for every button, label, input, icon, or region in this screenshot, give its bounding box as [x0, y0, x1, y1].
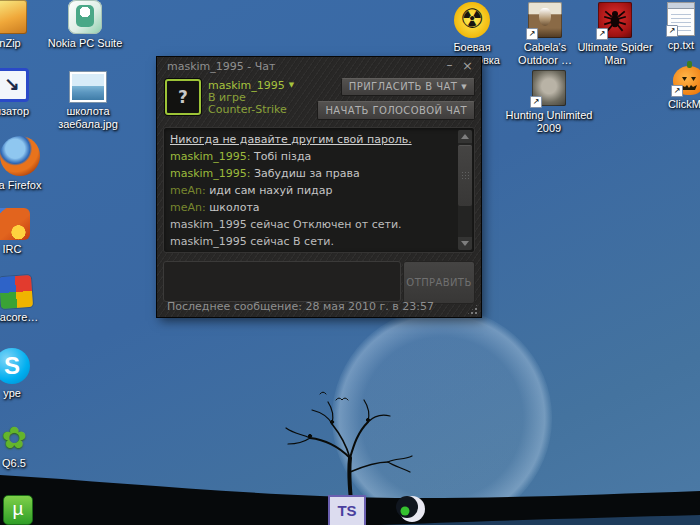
message-sender: maskim_1995: — [170, 167, 251, 180]
send-button[interactable]: ОТПРАВИТЬ — [403, 261, 475, 304]
icon-label: nacore… — [0, 311, 38, 324]
chat-message: meAn: иди сам нахуй пидар — [170, 182, 455, 199]
desktop-icon-nokia-pc-suite[interactable]: Nokia PC Suite — [47, 0, 123, 50]
icon-label: a Firefox — [0, 179, 41, 192]
wolf-icon — [532, 70, 566, 106]
message-sender: meAn: — [170, 201, 206, 214]
icon-label: ClickMe! — [668, 98, 700, 111]
close-button[interactable]: × — [460, 58, 475, 73]
crescent-app-icon — [396, 493, 428, 525]
firefox-icon — [0, 136, 40, 176]
invite-to-chat-button[interactable]: ПРИГЛАСИТЬ В ЧАТ▼ — [341, 78, 475, 96]
skype-icon: S — [0, 348, 30, 384]
shortcut-arrow-icon — [671, 85, 683, 97]
desktop-icon-firefox[interactable]: a Firefox — [0, 136, 58, 192]
teamspeak-icon: TS — [328, 495, 366, 525]
icon-label: Ultimate Spider Man — [572, 41, 658, 67]
chat-message: Никогда не давайте другим свой пароль. — [170, 131, 455, 148]
icon-label: школота заебала.jpg — [50, 105, 126, 131]
desktop-icon-spider-man[interactable]: Ultimate Spider Man — [572, 2, 658, 67]
desktop-icon-icq[interactable]: ✿ Q6.5 — [0, 422, 52, 470]
spider-icon — [598, 2, 632, 38]
chat-message: meAn: школота — [170, 199, 455, 216]
desktop-icon-winzip[interactable]: nZip — [0, 0, 48, 50]
desktop: nZip Nokia PC Suite ↘ нзатор школота зае… — [0, 0, 700, 525]
desktop-icon-moon-app[interactable] — [374, 493, 450, 525]
utorrent-icon: µ — [3, 495, 33, 525]
shortcut-arrow-icon — [666, 25, 678, 37]
nokia-pc-suite-icon — [68, 0, 102, 34]
desktop-icon-utorrent[interactable]: µ — [0, 495, 56, 525]
message-sender: meAn: — [170, 184, 206, 197]
titlebar[interactable]: maskim_1995 - Чат – × — [157, 57, 481, 75]
avatar[interactable]: ? — [165, 79, 201, 115]
desktop-icon-mirc[interactable]: IRC — [0, 208, 50, 256]
nacore-icon — [0, 275, 33, 309]
chat-messages: Никогда не давайте другим свой пароль.ma… — [170, 131, 455, 250]
winzip-icon — [0, 0, 27, 34]
desktop-icon-nacore[interactable]: nacore… — [0, 276, 54, 324]
shortcut-arrow-icon — [526, 28, 538, 40]
window-title: maskim_1995 - Чат — [167, 60, 275, 73]
desktop-icon-cp-txt[interactable]: cp.txt — [648, 2, 700, 52]
icq-flower-icon: ✿ — [1, 422, 26, 454]
desktop-icon-hunting-unlimited[interactable]: Hunting Unlimited 2009 — [503, 70, 595, 135]
icon-label: Q6.5 — [2, 457, 26, 470]
chat-message: maskim_1995 сейчас Отключен от сети. — [170, 216, 455, 233]
chat-log[interactable]: Никогда не давайте другим свой пароль.ma… — [163, 127, 475, 253]
chat-message: maskim_1995: Забудиш за права — [170, 165, 455, 182]
scroll-down-icon[interactable] — [458, 237, 472, 250]
last-message-status: Последнее сообщение: 28 мая 2010 г. в 23… — [167, 300, 434, 313]
shortcut-arrow-icon — [596, 28, 608, 40]
icon-label: ype — [3, 387, 21, 400]
desktop-icon-skype[interactable]: S ype — [0, 348, 50, 400]
desktop-icon-clickme[interactable]: ClickMe! — [656, 66, 700, 111]
icon-label: нзатор — [0, 105, 29, 118]
mirc-icon — [0, 208, 30, 240]
deer-icon — [528, 2, 562, 38]
minimize-button[interactable]: – — [442, 58, 457, 73]
scrollbar-thumb[interactable] — [458, 145, 472, 206]
photo-thumbnail-icon — [70, 72, 106, 102]
icon-label: Hunting Unlimited 2009 — [503, 109, 595, 135]
message-sender: maskim_1995: — [170, 150, 251, 163]
icon-label: cp.txt — [668, 39, 694, 52]
chevron-down-icon: ▼ — [289, 81, 294, 89]
radiation-icon: ☢ — [454, 2, 490, 38]
scroll-up-icon[interactable] — [458, 130, 472, 143]
pumpkin-icon — [673, 66, 700, 95]
friend-game: Counter-Strike — [208, 103, 287, 116]
icon-label: nZip — [0, 37, 21, 50]
message-input[interactable] — [163, 261, 401, 302]
chat-window: maskim_1995 - Чат – × ? maskim_1995▼ В и… — [157, 57, 481, 317]
shortcut-arrow-icon — [530, 96, 542, 108]
desktop-icon-synchronizer[interactable]: ↘ нзатор — [0, 68, 50, 118]
icon-label: IRC — [3, 243, 22, 256]
sync-arrow-icon: ↘ — [0, 68, 29, 102]
desktop-icon-shkolota-jpg[interactable]: школота заебала.jpg — [50, 68, 126, 131]
scrollbar[interactable] — [458, 130, 472, 250]
text-file-icon — [667, 2, 695, 36]
chevron-down-icon: ▼ — [461, 83, 467, 91]
start-voice-chat-button[interactable]: НАЧАТЬ ГОЛОСОВОЙ ЧАТ — [317, 101, 475, 120]
chat-message: maskim_1995: Тобі пізда — [170, 148, 455, 165]
resize-grip[interactable] — [467, 304, 478, 315]
icon-label: Nokia PC Suite — [48, 37, 123, 50]
chat-message: maskim_1995 сейчас В сети. — [170, 233, 455, 250]
